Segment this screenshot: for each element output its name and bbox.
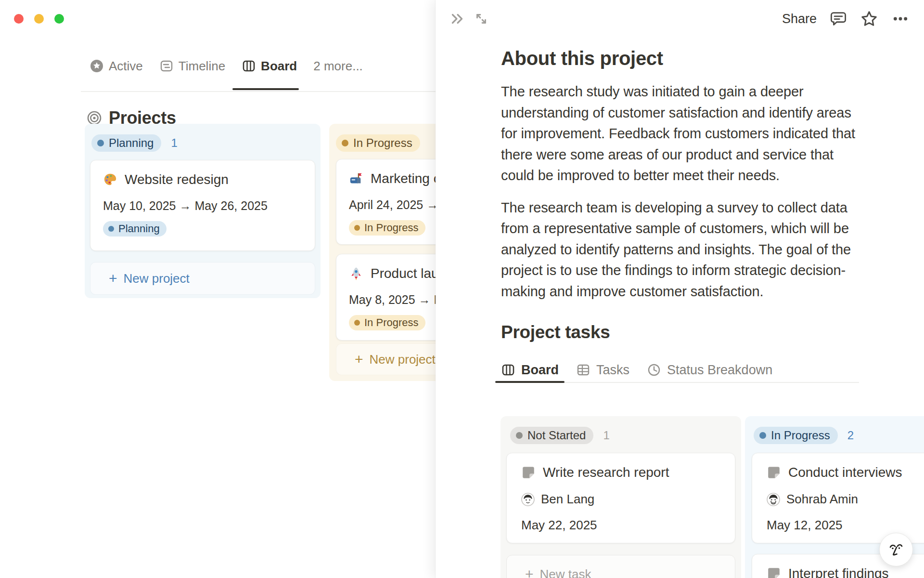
project-card-website-redesign[interactable]: Website redesign May 10, 2025 → May 26, … — [90, 160, 315, 251]
tasks-section-title[interactable]: Project tasks — [501, 321, 861, 343]
tab-label: Timeline — [179, 59, 225, 74]
tab-status-breakdown-view[interactable]: Status Breakdown — [647, 358, 772, 382]
column-header[interactable]: In Progress — [336, 134, 420, 152]
tasks-column-not-started: Not Started 1 Write research report — [500, 416, 741, 578]
task-card-conduct-interviews[interactable]: Conduct interviews Sohrab Amin May 12, 2… — [752, 453, 924, 543]
tab-active-view[interactable]: Active — [90, 59, 143, 74]
note-icon — [521, 465, 536, 480]
assignee-name: Sohrab Amin — [786, 492, 858, 507]
note-icon — [767, 566, 781, 578]
tab-tasks-view[interactable]: Tasks — [576, 358, 629, 382]
notion-ai-button[interactable] — [879, 533, 913, 566]
card-title: Conduct interviews — [788, 465, 902, 480]
card-status-tag: Planning — [103, 221, 167, 236]
mailbox-icon — [349, 171, 363, 186]
card-title: Website redesign — [125, 172, 229, 187]
palette-icon — [103, 172, 117, 187]
card-title: Product lau — [371, 266, 439, 281]
card-date: May 12, 2025 — [767, 518, 924, 533]
active-tab-underline — [232, 88, 299, 90]
tab-more-views[interactable]: 2 more... — [313, 59, 363, 74]
card-title: Marketing c — [371, 171, 440, 186]
column-header[interactable]: Not Started 1 — [510, 427, 610, 444]
plus-icon: + — [525, 567, 534, 578]
close-window-button[interactable] — [14, 14, 24, 24]
status-tag-in-progress[interactable]: In Progress — [336, 134, 420, 152]
tab-label: 2 more... — [313, 59, 363, 74]
expand-to-page-icon[interactable] — [473, 11, 489, 27]
tab-timeline-view[interactable]: Timeline — [159, 59, 225, 74]
status-tag-not-started[interactable]: Not Started — [510, 427, 593, 444]
column-header[interactable]: Planning 1 — [91, 134, 178, 152]
status-dot — [759, 432, 766, 439]
tab-label: Active — [109, 59, 143, 74]
zoom-window-button[interactable] — [54, 14, 64, 24]
paragraph[interactable]: The research study was initiated to gain… — [501, 81, 861, 186]
card-status-tag: In Progress — [349, 315, 425, 330]
database-view-tabs: Active Timeline Board 2 more... — [90, 54, 363, 78]
plus-icon: + — [355, 352, 363, 367]
tabs-divider — [81, 91, 436, 92]
status-tag-in-progress[interactable]: In Progress — [754, 427, 838, 444]
card-status-tag: In Progress — [349, 220, 425, 236]
notion-window: Active Timeline Board 2 more... Projects — [0, 0, 924, 578]
column-count: 2 — [847, 429, 854, 442]
plus-icon: + — [109, 271, 117, 286]
card-dates: May 10, 2025 → May 26, 2025 — [103, 199, 302, 213]
status-dot — [516, 432, 523, 439]
tab-board-view[interactable]: Board — [501, 358, 559, 382]
favorite-star-icon[interactable] — [860, 10, 878, 28]
side-peek-panel: Share About this project The research st… — [436, 0, 924, 578]
tab-board-view[interactable]: Board — [242, 59, 297, 74]
paragraph[interactable]: The research team is developing a survey… — [501, 197, 861, 302]
more-options-icon[interactable] — [891, 10, 910, 28]
table-icon — [576, 363, 590, 377]
window-controls — [14, 14, 64, 24]
avatar-ben-lang — [521, 493, 535, 506]
status-dot — [354, 225, 360, 231]
column-count: 1 — [171, 136, 177, 150]
board-icon — [242, 59, 256, 73]
avatar-sohrab-amin — [767, 493, 780, 506]
task-card-write-research-report[interactable]: Write research report Ben Lang May 22, 2… — [506, 453, 735, 543]
assignee-name: Ben Lang — [541, 492, 594, 507]
column-header[interactable]: In Progress 2 — [754, 427, 854, 444]
card-title: Write research report — [543, 465, 669, 480]
minimize-window-button[interactable] — [34, 14, 44, 24]
status-dot — [97, 140, 104, 146]
tasks-view-tabs: Board Tasks Status Breakdown — [501, 358, 859, 383]
peek-page-title[interactable]: About this project — [501, 46, 861, 70]
status-dot — [108, 226, 114, 232]
star-circle-icon — [90, 59, 104, 73]
status-dot — [354, 320, 360, 326]
clock-icon — [647, 363, 661, 377]
notion-ai-face-icon — [886, 540, 906, 559]
tab-label: Board — [261, 59, 297, 74]
new-project-button[interactable]: + New project — [90, 262, 315, 295]
close-peek-chevrons-icon[interactable] — [449, 11, 465, 27]
status-dot — [342, 140, 348, 146]
board-column-planning: Planning 1 Website redesign May 10, 2025… — [85, 124, 321, 298]
new-task-button[interactable]: + New task — [506, 555, 735, 578]
board-icon — [501, 363, 515, 377]
note-icon — [767, 465, 781, 480]
column-count: 1 — [603, 429, 609, 442]
card-title: Interpret findings — [788, 566, 889, 578]
timeline-icon — [159, 59, 174, 73]
tasks-board: Not Started 1 Write research report — [500, 416, 924, 578]
rocket-icon — [349, 266, 363, 281]
status-tag-planning[interactable]: Planning — [91, 134, 161, 152]
card-date: May 22, 2025 — [521, 518, 720, 533]
